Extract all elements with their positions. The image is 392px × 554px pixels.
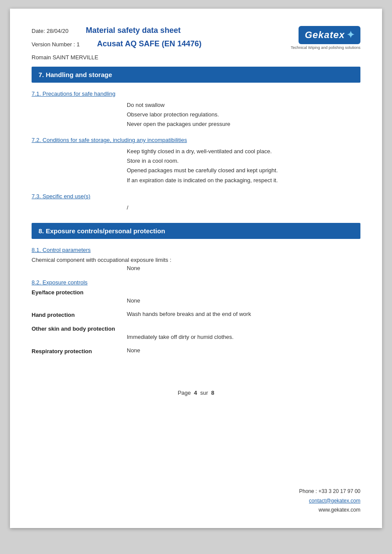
hand-protection-section: Hand protection Wash hands before breaks… xyxy=(32,311,360,319)
hand-protection-value: Wash hands before breaks and at the end … xyxy=(127,311,251,317)
section8-1-value: None xyxy=(127,265,360,271)
logo-area: Gekatex ✦ Technical Wiping and polishing… xyxy=(291,26,360,50)
section7-header: 7. Handling and storage xyxy=(32,67,360,83)
logo-icon: ✦ xyxy=(347,29,354,41)
eye-protection-label: Eye/face protection xyxy=(32,289,360,296)
logo-tagline: Technical Wiping and polishing solutions xyxy=(291,45,360,50)
version-label: Version Number : 1 xyxy=(32,41,80,48)
date-label: Date: 28/04/20 xyxy=(32,28,68,34)
section7-2-content: Keep tightly closed in a dry, well-venti… xyxy=(127,147,360,185)
section8-1-desc-text: Chemical component with occupational exp… xyxy=(32,257,360,263)
subsection-7-1-title: 7.1. Precautions for safe handling xyxy=(32,90,360,97)
resp-protection-label: Respiratory protection xyxy=(32,348,92,354)
email-line: contact@gekatex.com xyxy=(299,496,360,506)
website-line: www.gekatex.com xyxy=(299,506,360,515)
section8-1-desc: Chemical component with occupational exp… xyxy=(32,257,360,271)
page-word: Page xyxy=(178,390,191,396)
skin-protection-value: Immediately take off dirty or humid clot… xyxy=(127,334,360,340)
skin-protection-label: Other skin and body protection xyxy=(32,325,360,332)
subsection-7-3-title: 7.3. Specific end use(s) xyxy=(32,193,360,200)
header: Date: 28/04/20 Material safety data shee… xyxy=(32,26,360,50)
total-pages: 8 xyxy=(211,390,214,396)
section7-2-item-3: Opened packages must be carefully closed… xyxy=(127,166,360,175)
resp-protection-section: Respiratory protection None xyxy=(32,347,360,355)
product-title: Acusat AQ SAFE (EN 14476) xyxy=(97,39,201,48)
section7-2-item-2: Store in a cool room. xyxy=(127,156,360,166)
eye-protection-section: Eye/face protection None xyxy=(32,289,360,304)
section7-1-item-2: Observe labor protection regulations. xyxy=(127,110,360,119)
logo-box: Gekatex ✦ xyxy=(299,26,360,44)
hand-protection-label: Hand protection xyxy=(32,312,75,318)
subsection-8-2-title: 8.2. Exposure controls xyxy=(32,279,360,286)
section8-header: 8. Exposure controls/personal protection xyxy=(32,223,360,239)
email-link[interactable]: contact@gekatex.com xyxy=(309,498,360,504)
header-left: Date: 28/04/20 Material safety data shee… xyxy=(32,26,202,48)
section7-1-item-3: Never open the packages under pressure xyxy=(127,119,360,129)
hand-protection-label-col: Hand protection xyxy=(32,311,127,319)
logo-text: Gekatex xyxy=(305,29,345,41)
section7-2-item-4: If an expiration date is indicated on th… xyxy=(127,176,360,185)
page: Date: 28/04/20 Material safety data shee… xyxy=(10,9,382,528)
section7-3-content: / xyxy=(127,203,360,213)
doc-title: Material safety data sheet xyxy=(86,26,180,35)
section7-2-item-1: Keep tightly closed in a dry, well-venti… xyxy=(127,147,360,156)
section7-1-item-1: Do not swallow xyxy=(127,100,360,110)
author-line: Romain SAINT MERVILLE xyxy=(32,54,360,61)
of-word: sur xyxy=(200,390,208,396)
subsection-8-1-title: 8.1. Control parameters xyxy=(32,247,360,253)
subsection-7-2-title: 7.2. Conditions for safe storage, includ… xyxy=(32,137,360,143)
section7-3-value: / xyxy=(127,203,360,213)
phone-line: Phone : +33 3 20 17 97 00 xyxy=(299,487,360,496)
resp-protection-label-col: Respiratory protection xyxy=(32,347,127,355)
skin-protection-section: Other skin and body protection Immediate… xyxy=(32,325,360,340)
page-footer: Page 4 sur 8 xyxy=(32,390,360,396)
footer-contact: Phone : +33 3 20 17 97 00 contact@gekate… xyxy=(299,487,360,515)
current-page: 4 xyxy=(194,390,197,396)
eye-protection-value: None xyxy=(127,297,360,304)
page-number-text: Page 4 sur 8 xyxy=(178,390,215,396)
resp-protection-value: None xyxy=(127,347,140,354)
section7-1-content: Do not swallow Observe labor protection … xyxy=(127,100,360,129)
